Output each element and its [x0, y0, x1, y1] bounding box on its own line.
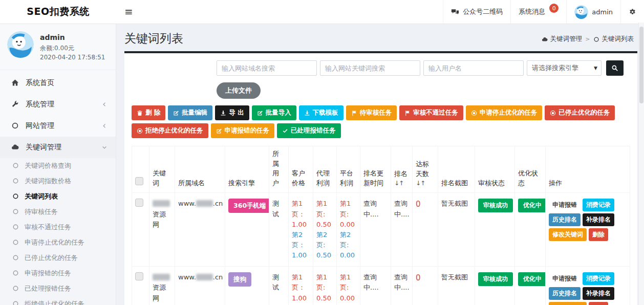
system-messages-item[interactable]: 系统消息 0 [510, 0, 566, 24]
action-button-拒绝停止优化的任务[interactable]: 拒绝停止优化的任务 [132, 123, 208, 138]
op-button-历史排名[interactable]: 历史排名 [549, 287, 581, 300]
column-label: 操作 [549, 179, 562, 187]
action-button-批量编辑[interactable]: 批量编辑 [168, 105, 212, 120]
op-button-历史排名[interactable]: 历史排名 [549, 213, 581, 226]
op-button-申请报错[interactable]: 申请报错 [549, 199, 581, 211]
settings-menu-item[interactable] [620, 0, 644, 24]
action-button-批量导入[interactable]: 批量导入 [252, 105, 296, 120]
flag-icon [351, 110, 357, 116]
sidebar-subitem-申请报错的任务[interactable]: 申请报错的任务 [0, 266, 116, 281]
breadcrumb: 关键词管理>关键词列表 [542, 31, 634, 43]
rank-update-cell: 查询中.... [360, 193, 391, 267]
redacted-keyword [153, 274, 170, 280]
chevron-left-icon [101, 123, 108, 129]
action-button-label: 申请报错的任务 [225, 126, 270, 135]
keyword-search-input[interactable] [320, 60, 420, 76]
column-label: 平台利润 [340, 169, 353, 187]
user-menu-item[interactable]: admin [566, 0, 620, 24]
sidebar-toggle-button[interactable]: ≡ [116, 0, 141, 24]
sort-icon[interactable]: ↓↑ [416, 179, 435, 188]
rank-update-cell: 查询中.... [360, 267, 391, 305]
domain-cell: www..cn [175, 193, 225, 267]
sidebar-user-panel: admin 余额:0.00元 2020-04-20 17:58:51 [0, 24, 116, 70]
sort-icon[interactable]: ↓↑ [394, 179, 409, 188]
col-搜索引擎: 搜索引擎 [225, 146, 269, 193]
sidebar-subitem-审核不通过任务[interactable]: 审核不通过任务 [0, 220, 116, 235]
engine-badge: 搜狗 [228, 272, 251, 286]
op-button-删除[interactable]: 删除 [589, 302, 608, 305]
select-all-checkbox[interactable] [135, 177, 143, 185]
action-button-申请停止优化的任务[interactable]: 申请停止优化的任务 [466, 105, 543, 120]
sidebar-subitem-已停止优化的任务[interactable]: 已停止优化的任务 [0, 250, 116, 266]
breadcrumb-label: 关键词列表 [602, 35, 634, 43]
audit-status-button[interactable]: 审核成功 [478, 199, 513, 212]
sidebar-subitem-关键词价格查询[interactable]: 关键词价格查询 [0, 158, 116, 173]
action-button-label: 已处理报错任务 [291, 126, 336, 135]
action-button-label: 待审核任务 [360, 108, 392, 117]
agent-profit-cell: 第1页: 0.50第2页: 0.50 [313, 267, 337, 305]
row-checkbox[interactable] [135, 272, 143, 280]
sidebar-item-系统管理[interactable]: 系统管理 [0, 94, 116, 115]
breadcrumb-separator: > [585, 36, 590, 42]
breadcrumb-item[interactable]: 关键词管理 [542, 35, 583, 43]
op-button-修改关键词[interactable]: 修改关键词 [549, 228, 587, 241]
circle-icon [12, 224, 19, 230]
sidebar-item-网站管理[interactable]: 网站管理 [0, 115, 116, 137]
stop-icon [137, 128, 143, 134]
op-button-补录排名[interactable]: 补录排名 [583, 287, 614, 300]
sidebar-subitem-label: 拒绝停止优化的任务 [25, 299, 84, 305]
audit-status-button[interactable]: 审核成功 [478, 272, 513, 286]
domain-search-input[interactable] [217, 60, 317, 76]
sidebar-subitem-拒绝停止优化的任务[interactable]: 拒绝停止优化的任务 [0, 296, 116, 305]
column-label: 所属用户 [272, 150, 279, 187]
action-button-下载模板[interactable]: 下载模板 [299, 105, 344, 120]
sidebar-item-系统首页[interactable]: 系统首页 [0, 72, 116, 94]
customer-price-cell: 第1页：1.00第2页：1.00 [289, 193, 313, 267]
row-checkbox[interactable] [135, 199, 143, 207]
sidebar-subitem-关键词指数价格[interactable]: 关键词指数价格 [0, 173, 116, 189]
upload-file-button[interactable]: 上传文件 [217, 82, 261, 99]
user-balance: 余额:0.00元 [40, 43, 105, 53]
action-button-已处理报错任务[interactable]: 已处理报错任务 [277, 123, 341, 138]
sidebar-subitem-label: 待审核任务 [25, 207, 58, 216]
scrollbar-thumb[interactable] [639, 27, 643, 103]
sidebar-subitem-待审核任务[interactable]: 待审核任务 [0, 204, 116, 220]
sidebar-subitem-关键词列表[interactable]: 关键词列表 [0, 189, 116, 204]
optimize-status-button[interactable]: 优化中 [518, 272, 546, 286]
action-button-label: 申请停止优化的任务 [480, 108, 538, 117]
sidebar-subitem-申请停止优化的任务[interactable]: 申请停止优化的任务 [0, 235, 116, 250]
op-button-删除[interactable]: 删除 [589, 228, 608, 241]
messages-count-badge: 0 [549, 4, 559, 13]
action-button-申请报错的任务[interactable]: 申请报错的任务 [211, 123, 275, 138]
qrcode-label: 公众号二维码 [463, 7, 503, 16]
op-button-消费记录[interactable]: 消费记录 [583, 199, 614, 211]
action-button-导出[interactable]: 导 出 [215, 105, 249, 120]
search-button[interactable] [606, 60, 624, 76]
screenshot-cell: 暂无截图 [438, 267, 475, 305]
audit-status-cell: 审核成功 [475, 193, 515, 267]
engine-select[interactable]: 请选择搜索引擎 [527, 60, 602, 76]
action-button-删除[interactable]: 删 除 [132, 105, 165, 120]
optimize-status-button[interactable]: 优化中 [518, 199, 546, 212]
sidebar-subitem-已处理报错任务[interactable]: 已处理报错任务 [0, 281, 116, 296]
stop-icon [550, 110, 556, 116]
qrcode-menu-item[interactable]: 公众号二维码 [443, 0, 510, 24]
action-button-待审核任务[interactable]: 待审核任务 [346, 105, 397, 120]
username-search-input[interactable] [423, 60, 524, 76]
page1-price: 第1页：1.00 [292, 200, 307, 228]
col-达标天数[interactable]: 达标天数↓↑ [413, 146, 438, 193]
col-排名[interactable]: 排名↓↑ [391, 146, 413, 193]
home-icon [11, 79, 19, 86]
op-button-申请报错[interactable]: 申请报错 [549, 272, 581, 285]
breadcrumb-item[interactable]: 关键词列表 [593, 35, 634, 43]
op-button-消费记录[interactable]: 消费记录 [583, 272, 614, 285]
gear-icon [629, 8, 636, 16]
action-button-label: 批量导入 [266, 108, 291, 117]
action-button-已停止优化的任务[interactable]: 已停止优化的任务 [545, 105, 615, 120]
action-button-审核不通过任务[interactable]: 审核不通过任务 [399, 105, 463, 120]
op-button-补录排名[interactable]: 补录排名 [583, 213, 614, 226]
trash-icon [137, 110, 143, 116]
redacted-domain [196, 274, 213, 280]
sidebar-item-关键词管理[interactable]: 关键词管理 [0, 137, 116, 158]
op-button-修改关键词[interactable]: 修改关键词 [549, 302, 587, 305]
